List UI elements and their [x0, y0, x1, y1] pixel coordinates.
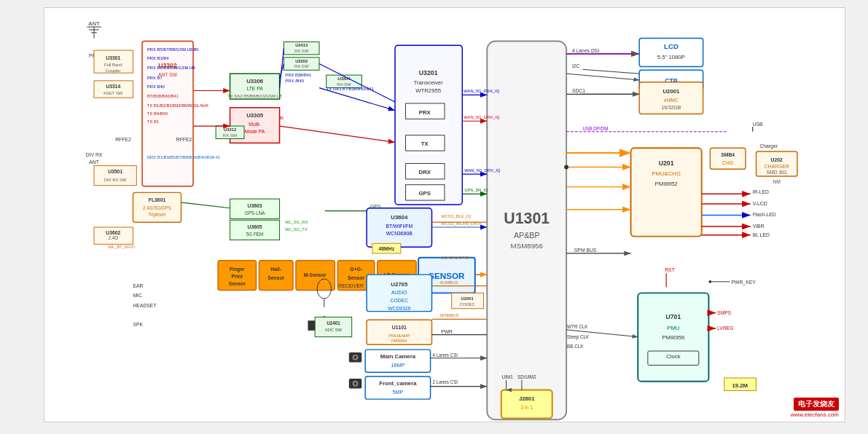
svg-text:U3602: U3602 — [106, 230, 120, 235]
svg-text:Finger: Finger — [230, 267, 245, 272]
svg-text:AP&BP: AP&BP — [514, 231, 540, 240]
watermark-url: www.elecfans.com — [791, 411, 839, 418]
svg-text:DC/GPS/GPIO: DC/GPS/GPIO — [441, 256, 469, 260]
svg-text:U1301: U1301 — [504, 210, 550, 227]
svg-text:Transceiver: Transceiver — [414, 79, 444, 86]
svg-text:WCD9326: WCD9326 — [388, 306, 411, 311]
svg-text:U3314: U3314 — [106, 84, 120, 89]
svg-text:GPS_5R_IQ: GPS_5R_IQ — [464, 188, 488, 192]
svg-text:U3501: U3501 — [108, 169, 122, 174]
svg-line-250 — [280, 64, 284, 79]
svg-text:eMMC: eMMC — [664, 98, 679, 103]
svg-text:SPK: SPK — [133, 322, 143, 327]
svg-text:B1/B2/B3/B34/B39/GSM HB: B1/B2/B3/B34/B39/GSM HB — [230, 116, 284, 120]
svg-text:BL LED: BL LED — [753, 232, 770, 237]
svg-text:U3605: U3605 — [248, 224, 262, 229]
svg-line-97 — [181, 202, 230, 208]
svg-text:U3604: U3604 — [391, 214, 408, 221]
svg-text:Mode PA: Mode PA — [245, 129, 265, 134]
svg-text:LTE PA: LTE PA — [246, 86, 263, 91]
svg-rect-11 — [94, 50, 133, 73]
svg-text:U3312: U3312 — [224, 127, 237, 132]
svg-text:LCD: LCD — [664, 42, 679, 50]
watermark: 电子发烧友 www.elecfans.com — [791, 396, 839, 418]
svg-text:U3304: U3304 — [337, 76, 351, 81]
svg-text:U202: U202 — [771, 157, 783, 162]
svg-rect-112 — [218, 261, 256, 291]
svg-text:Front_camera: Front_camera — [379, 380, 417, 387]
svg-text:16MP: 16MP — [391, 362, 404, 368]
svg-rect-124 — [378, 261, 416, 291]
svg-rect-159 — [365, 350, 430, 372]
svg-text:TX: TX — [421, 141, 429, 147]
svg-text:PRX B5/B7/B8/GSM LB/B0: PRX B5/B7/B8/GSM LB/B0 — [147, 47, 199, 52]
svg-text:ADC SW: ADC SW — [325, 328, 343, 332]
svg-text:RX-SW: RX-SW — [294, 64, 309, 68]
svg-rect-8 — [142, 41, 193, 186]
svg-text:RX-SW: RX-SW — [294, 49, 309, 53]
svg-text:WTR CLK: WTR CLK — [567, 324, 588, 329]
svg-rect-86 — [133, 192, 181, 222]
svg-text:WL_BT_RFIO: WL_BT_RFIO — [108, 245, 135, 249]
svg-text:Flash-LED: Flash-LED — [753, 212, 776, 217]
svg-text:U2001: U2001 — [662, 88, 680, 95]
svg-text:MSM8956: MSM8956 — [511, 242, 543, 250]
svg-text:RX-SW: RX-SW — [223, 133, 238, 138]
svg-text:RFFE2: RFFE2 — [176, 137, 192, 142]
svg-rect-55 — [216, 126, 244, 138]
svg-text:DRX: DRX — [419, 169, 431, 175]
svg-text:Charger: Charger — [759, 143, 778, 149]
svg-rect-94 — [230, 199, 280, 218]
svg-text:2.4G: 2.4G — [108, 235, 118, 240]
svg-text:WCSS_BLE_IQ: WCSS_BLE_IQ — [441, 214, 472, 218]
svg-text:WCN3680B: WCN3680B — [386, 231, 413, 236]
svg-text:WL_5G_RX: WL_5G_RX — [285, 220, 308, 224]
svg-text:ANT: ANT — [89, 159, 99, 165]
svg-text:USB: USB — [753, 122, 763, 127]
svg-text:HEADSET: HEADSET — [133, 303, 156, 308]
svg-rect-175 — [501, 390, 552, 418]
svg-text:BT/WIFI/FM: BT/WIFI/FM — [386, 224, 413, 229]
svg-text:SUMBUS: SUMBUS — [439, 280, 458, 285]
svg-rect-116 — [259, 261, 293, 291]
svg-text:48MHz: 48MHz — [379, 246, 395, 251]
svg-text:19.2M: 19.2M — [732, 382, 748, 389]
svg-text:J2801: J2801 — [519, 395, 535, 402]
svg-text:Sensor: Sensor — [348, 275, 364, 280]
svg-rect-138 — [367, 275, 431, 312]
svg-text:TX B4/B40: TX B4/B40 — [147, 111, 168, 116]
svg-rect-39 — [327, 75, 362, 87]
svg-text:2 Lanes CSI: 2 Lanes CSI — [432, 379, 458, 384]
svg-text:4 Lanes DSI: 4 Lanes DSI — [572, 48, 600, 53]
svg-text:SPIMBUS: SPIMBUS — [439, 313, 458, 317]
svg-text:U3306: U3306 — [246, 78, 264, 84]
svg-text:U2001: U2001 — [461, 296, 474, 301]
svg-rect-210 — [756, 151, 797, 176]
svg-rect-245 — [724, 378, 756, 390]
svg-rect-143 — [452, 293, 484, 308]
svg-text:RST: RST — [665, 267, 675, 272]
svg-rect-148 — [367, 320, 431, 344]
svg-text:M-Sensor: M-Sensor — [304, 272, 327, 277]
svg-text:U201: U201 — [659, 159, 674, 167]
svg-line-240 — [566, 330, 638, 337]
svg-text:U1101: U1101 — [392, 325, 407, 330]
svg-point-134 — [317, 279, 331, 299]
svg-text:GPS-LNA: GPS-LNA — [245, 210, 265, 216]
svg-text:DIV RX SW: DIV RX SW — [104, 178, 127, 182]
svg-rect-169 — [349, 352, 361, 363]
svg-rect-103 — [367, 208, 431, 247]
svg-text:U3603: U3603 — [248, 203, 262, 208]
svg-text:Print: Print — [232, 274, 243, 279]
svg-line-188 — [582, 69, 639, 74]
svg-rect-18 — [94, 165, 136, 185]
svg-point-170 — [353, 355, 359, 360]
svg-text:TX DA2 B5/B8/BC0/GSM LB: TX DA2 B5/B8/BC0/GSM LB — [227, 94, 282, 98]
diagram-container: ANT PRX DIV RX ANT U3302 ANT SW U3301 Fu… — [0, 0, 868, 434]
svg-text:AUDIO: AUDIO — [391, 290, 407, 295]
svg-text:I2C: I2C — [572, 63, 580, 68]
svg-rect-162 — [365, 376, 430, 399]
svg-text:ANT SW: ANT SW — [158, 72, 178, 77]
svg-rect-189 — [639, 70, 703, 90]
svg-line-253 — [280, 126, 395, 142]
